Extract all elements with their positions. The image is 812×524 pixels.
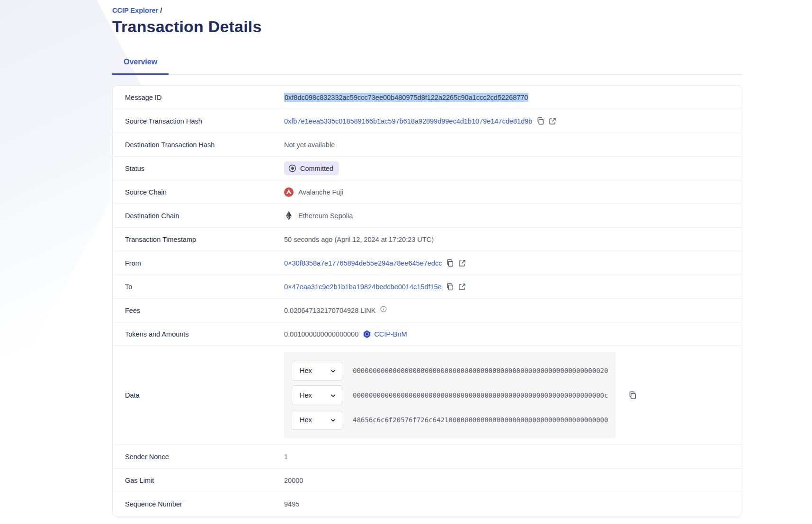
- data-line: Hex 000000000000000000000000000000000000…: [292, 385, 608, 405]
- data-format-value: Hex: [300, 367, 312, 374]
- tab-bar: Overview: [112, 58, 742, 75]
- copy-icon[interactable]: [446, 283, 454, 291]
- row-dest-chain: Destination Chain Ethereum Sepolia: [113, 204, 742, 228]
- breadcrumb-link-ccip-explorer[interactable]: CCIP Explorer: [112, 7, 158, 14]
- external-link-icon[interactable]: [549, 117, 556, 125]
- row-message-id: Message ID 0xf8dc098c832332ac59ccc73ee00…: [113, 86, 742, 109]
- row-from: From 0×30f8358a7e17765894de55e294a78ee64…: [113, 251, 742, 275]
- copy-icon[interactable]: [536, 117, 544, 125]
- fees-value: 0.020647132170704928 LINK: [284, 307, 376, 314]
- timestamp-value: 50 seconds ago (April 12, 2024 at 17:20:…: [284, 236, 434, 243]
- token-link[interactable]: CCIP-BnM: [363, 330, 407, 338]
- row-tokens-amounts: Tokens and Amounts 0.001000000000000000 …: [113, 322, 742, 346]
- dest-chain-label: Destination Chain: [125, 212, 284, 220]
- gas-limit-label: Gas Limit: [125, 477, 284, 484]
- row-status: Status Committed: [113, 157, 742, 180]
- breadcrumb: CCIP Explorer/: [112, 0, 742, 14]
- dest-chain-name: Ethereum Sepolia: [298, 212, 353, 220]
- row-sequence-number: Sequence Number 9495: [113, 492, 742, 516]
- ethereum-icon: [284, 211, 294, 220]
- page-title: Transaction Details: [112, 18, 742, 36]
- status-label: Status: [125, 165, 284, 172]
- transaction-details-page: CCIP Explorer/ Transaction Details Overv…: [112, 0, 742, 516]
- tab-overview[interactable]: Overview: [112, 58, 169, 75]
- tokens-amounts-label: Tokens and Amounts: [125, 330, 284, 338]
- message-id-label: Message ID: [125, 94, 284, 101]
- source-tx-hash-label: Source Transaction Hash: [125, 117, 284, 125]
- avalanche-icon: [284, 187, 294, 197]
- committed-status-icon: [288, 164, 296, 172]
- chevron-down-icon: [330, 368, 336, 374]
- data-hex-value: 48656c6c6f20576f726c64210000000000000000…: [353, 416, 608, 424]
- data-line: Hex 000000000000000000000000000000000000…: [292, 361, 608, 381]
- row-gas-limit: Gas Limit 20000: [113, 469, 742, 492]
- data-line: Hex 48656c6c6f20576f726c6421000000000000…: [292, 410, 608, 430]
- data-format-select[interactable]: Hex: [292, 385, 342, 405]
- copy-icon[interactable]: [446, 259, 454, 267]
- external-link-icon[interactable]: [458, 259, 466, 267]
- row-to: To 0×47eaa31c9e2b1b1ba19824bedcbe0014c15…: [113, 275, 742, 299]
- data-hex-value: 0000000000000000000000000000000000000000…: [353, 367, 608, 374]
- chevron-down-icon: [330, 417, 336, 423]
- breadcrumb-separator: /: [160, 7, 162, 14]
- fees-label: Fees: [125, 307, 284, 314]
- copy-icon[interactable]: [628, 391, 637, 400]
- timestamp-label: Transaction Timestamp: [125, 236, 284, 243]
- row-timestamp: Transaction Timestamp 50 seconds ago (Ap…: [113, 228, 742, 251]
- source-chain-name: Avalanche Fuji: [298, 188, 343, 196]
- info-icon[interactable]: [380, 306, 387, 312]
- status-badge: Committed: [284, 161, 339, 175]
- row-source-chain: Source Chain Avalanche Fuji: [113, 180, 742, 204]
- source-tx-hash-link[interactable]: 0xfb7e1eea5335c018589166b1ac597b618a9289…: [284, 117, 532, 125]
- from-label: From: [125, 259, 284, 267]
- row-sender-nonce: Sender Nonce 1: [113, 445, 742, 469]
- sequence-number-label: Sequence Number: [125, 500, 284, 508]
- data-format-select[interactable]: Hex: [292, 361, 342, 381]
- ccip-bnm-token-icon: [363, 330, 371, 338]
- token-name: CCIP-BnM: [374, 330, 407, 338]
- row-dest-tx-hash: Destination Transaction Hash Not yet ava…: [113, 133, 742, 157]
- data-hex-value: 0000000000000000000000000000000000000000…: [353, 391, 608, 399]
- from-address-link[interactable]: 0×30f8358a7e17765894de55e294a78ee645e7ed…: [284, 259, 442, 267]
- sender-nonce-value: 1: [284, 453, 288, 461]
- chevron-down-icon: [330, 392, 336, 399]
- transaction-details-card: Message ID 0xf8dc098c832332ac59ccc73ee00…: [112, 85, 742, 516]
- to-label: To: [125, 283, 284, 291]
- sender-nonce-label: Sender Nonce: [125, 453, 284, 461]
- external-link-icon[interactable]: [458, 283, 466, 291]
- to-address-link[interactable]: 0×47eaa31c9e2b1b1ba19824bedcbe0014c15df1…: [284, 283, 442, 291]
- row-fees: Fees 0.020647132170704928 LINK: [113, 299, 742, 322]
- source-chain-label: Source Chain: [125, 188, 284, 196]
- data-format-value: Hex: [300, 391, 312, 399]
- message-id-value: 0xf8dc098c832332ac59ccc73ee00b480975d8f1…: [284, 93, 528, 102]
- data-hex-box: Hex 000000000000000000000000000000000000…: [284, 352, 616, 438]
- token-amount: 0.001000000000000000: [284, 330, 358, 338]
- data-format-select[interactable]: Hex: [292, 410, 342, 430]
- dest-tx-hash-label: Destination Transaction Hash: [125, 141, 284, 149]
- dest-tx-hash-value: Not yet available: [284, 141, 335, 149]
- data-format-value: Hex: [300, 416, 312, 424]
- row-data: Data Hex 0000000000000000000000000000000…: [113, 346, 742, 445]
- sequence-number-value: 9495: [284, 500, 299, 508]
- gas-limit-value: 20000: [284, 477, 303, 484]
- data-label: Data: [125, 391, 284, 399]
- row-source-tx-hash: Source Transaction Hash 0xfb7e1eea5335c0…: [113, 109, 742, 133]
- status-badge-text: Committed: [300, 165, 333, 172]
